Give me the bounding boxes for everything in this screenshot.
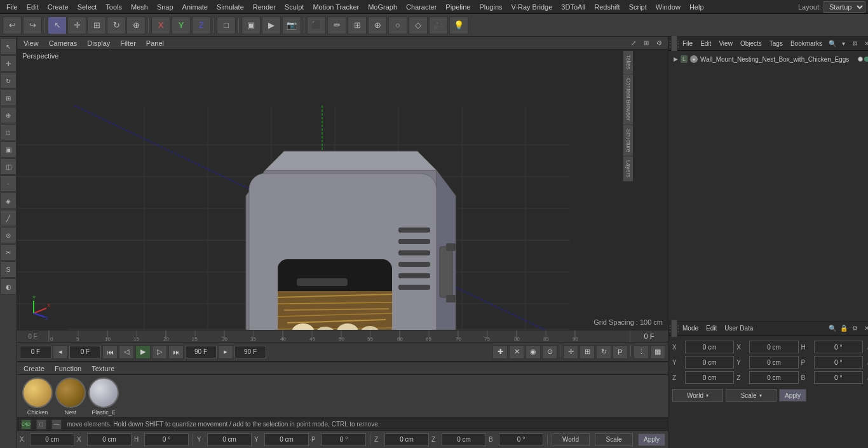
lp-select[interactable]: ↖ <box>0 38 17 55</box>
playback-field-preview-start[interactable]: 0 F <box>69 346 101 358</box>
camera-btn[interactable]: 🎥 <box>429 17 448 34</box>
coord-h-field[interactable]: 0 ° <box>144 433 189 446</box>
playback-field-start[interactable]: 0 F <box>20 346 51 358</box>
menu-animate[interactable]: Animate <box>179 2 212 12</box>
render-view[interactable]: ▶ <box>262 17 281 34</box>
objmgr-menu-edit[interactable]: Edit <box>698 39 714 48</box>
attr-menu-mode[interactable]: Mode <box>680 324 701 332</box>
pb-move[interactable]: ✛ <box>563 345 578 359</box>
apply-button[interactable]: Apply <box>638 433 665 446</box>
attr-x1[interactable]: 0 cm <box>685 341 734 353</box>
pb-add-key[interactable]: ✚ <box>492 345 508 359</box>
lp-scale[interactable]: ⊞ <box>0 90 17 106</box>
attr-h[interactable]: 0 ° <box>814 341 863 353</box>
pen-btn[interactable]: ✏ <box>327 17 346 34</box>
attr-z2[interactable]: 0 cm <box>749 371 798 384</box>
attr-lock-icon[interactable]: 🔒 <box>839 323 849 334</box>
lp-paint[interactable]: ◐ <box>0 278 17 295</box>
coord-b-field[interactable]: 0 ° <box>499 433 543 446</box>
box-btn[interactable]: □ <box>217 17 236 34</box>
layout-select[interactable]: Startup <box>824 1 865 13</box>
attr-world-dropdown[interactable]: World ▾ <box>672 389 723 402</box>
objmgr-menu-bookmarks[interactable]: Bookmarks <box>788 39 825 48</box>
side-tab-content-browser[interactable]: Content Browser <box>623 74 633 125</box>
attr-z1[interactable]: 0 cm <box>685 371 734 384</box>
menu-pipeline[interactable]: Pipeline <box>442 2 474 12</box>
menu-edit[interactable]: Edit <box>23 2 43 12</box>
coord-x2-field[interactable]: 0 cm <box>87 433 132 446</box>
material-plastic[interactable]: Plastic_E <box>88 377 119 416</box>
lp-transform[interactable]: ⊕ <box>0 107 17 123</box>
menu-3dtoall[interactable]: 3DToAll <box>557 2 589 12</box>
lp-move[interactable]: ✛ <box>0 55 17 72</box>
attr-p[interactable]: 0 ° <box>814 356 863 369</box>
menu-sculpt[interactable]: Sculpt <box>281 2 308 12</box>
vp-menu-filter[interactable]: Filter <box>118 39 138 48</box>
undo-button[interactable]: ↩ <box>3 17 22 34</box>
lp-rotate[interactable]: ↻ <box>0 72 17 89</box>
menu-motion-tracker[interactable]: Motion Tracker <box>309 2 363 12</box>
vp-settings-icon[interactable]: ⚙ <box>654 38 664 48</box>
cube-btn[interactable]: ⬛ <box>307 17 326 34</box>
attr-menu-user[interactable]: User Data <box>722 324 756 332</box>
objmgr-filter-icon[interactable]: ▾ <box>839 39 849 49</box>
pb-pos[interactable]: P <box>613 345 628 359</box>
objmgr-menu-file[interactable]: File <box>680 39 695 48</box>
objmgr-settings-icon[interactable]: ⚙ <box>850 39 860 49</box>
mat-menu-texture[interactable]: Texture <box>89 364 117 373</box>
menu-select[interactable]: Select <box>74 2 101 12</box>
vp-layout-icon[interactable]: ⊞ <box>641 38 651 48</box>
subdivide-btn[interactable]: ⊞ <box>348 17 367 34</box>
side-tab-structure[interactable]: Structure <box>623 125 633 157</box>
playback-step-fwd[interactable]: ▷ <box>152 345 167 359</box>
material-chicken[interactable]: Chicken <box>22 377 53 416</box>
menu-mesh[interactable]: Mesh <box>127 2 152 12</box>
menu-snap[interactable]: Snap <box>153 2 177 12</box>
lp-box[interactable]: □ <box>0 124 17 140</box>
coord-p-field[interactable]: 0 ° <box>322 433 366 446</box>
pb-rotate[interactable]: ↻ <box>596 345 611 359</box>
menu-file[interactable]: File <box>3 2 22 12</box>
mat-menu-function[interactable]: Function <box>52 364 84 373</box>
world-dropdown[interactable]: World <box>552 433 590 446</box>
coord-z2-field[interactable]: 0 cm <box>442 433 486 446</box>
tree-visibility[interactable]: ● <box>690 55 698 63</box>
menu-plugins[interactable]: Plugins <box>475 2 506 12</box>
objmgr-menu-tags[interactable]: Tags <box>767 39 785 48</box>
coord-y2-field[interactable]: 0 cm <box>264 433 309 446</box>
objmgr-close-icon[interactable]: ✕ <box>862 39 868 49</box>
rotate-tool[interactable]: ↻ <box>107 17 126 34</box>
render-region[interactable]: ▣ <box>241 17 261 34</box>
attr-menu-edit[interactable]: Edit <box>703 324 719 332</box>
pb-del-key[interactable]: ✕ <box>509 345 524 359</box>
menu-help[interactable]: Help <box>686 2 708 12</box>
transform-tool[interactable]: ⊕ <box>126 17 146 34</box>
side-tab-layers[interactable]: Layers <box>623 156 633 182</box>
lp-snap[interactable]: ⊙ <box>0 227 17 243</box>
lp-face[interactable]: ▣ <box>0 141 17 158</box>
attr-scale-dropdown[interactable]: Scale ▾ <box>726 389 776 402</box>
menu-create[interactable]: Create <box>44 2 72 12</box>
lp-poly[interactable]: ◈ <box>0 193 17 209</box>
vp-menu-panel[interactable]: Panel <box>144 39 166 48</box>
attr-apply-button[interactable]: Apply <box>779 389 806 402</box>
menu-redshift[interactable]: Redshift <box>590 2 623 12</box>
coord-z-field[interactable]: 0 cm <box>384 433 429 446</box>
menu-window[interactable]: Window <box>652 2 684 12</box>
vp-menu-display[interactable]: Display <box>85 39 112 48</box>
lp-magnet[interactable]: S <box>0 261 17 278</box>
vp-menu-cameras[interactable]: Cameras <box>46 39 80 48</box>
timeline-ruler[interactable]: 0 5 10 15 20 25 30 35 40 <box>49 330 668 342</box>
playback-step-sub[interactable]: ◂ <box>53 345 68 359</box>
light-btn[interactable]: 💡 <box>449 17 468 34</box>
side-tab-takes[interactable]: Takes <box>623 51 633 74</box>
tree-item-main[interactable]: ▶ L ● Wall_Mount_Nesting_Nest_Box_with_C… <box>671 53 868 65</box>
lp-line[interactable]: ╱ <box>0 210 17 226</box>
attr-settings-icon[interactable]: ⚙ <box>850 323 860 334</box>
playback-step-back[interactable]: ◁ <box>119 345 134 359</box>
menu-vray[interactable]: V-Ray Bridge <box>508 2 557 12</box>
viewport[interactable]: Perspective Grid Spacing : 100 cm X Y Z <box>17 50 668 330</box>
menu-tools[interactable]: Tools <box>102 2 126 12</box>
menu-script[interactable]: Script <box>625 2 651 12</box>
playback-field-preview-end[interactable]: 90 F <box>185 346 217 358</box>
